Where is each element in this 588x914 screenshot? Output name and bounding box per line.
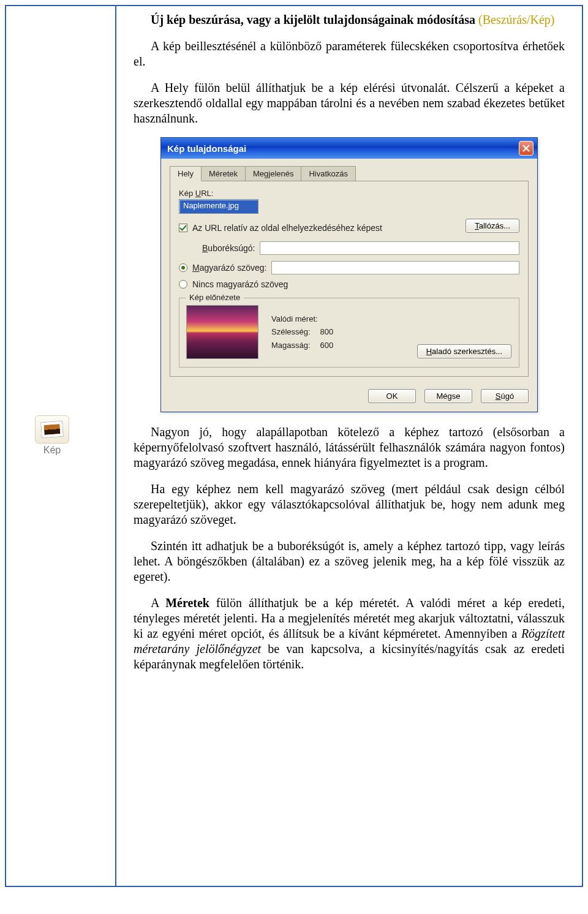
tab-strip: Hely Méretek Megjelenés Hivatkozás: [170, 166, 529, 181]
browse-button[interactable]: Tallózás...: [466, 219, 519, 233]
photo-icon: [41, 421, 63, 437]
dialog-footer: OK Mégse Súgó: [161, 383, 537, 412]
heading-subtitle: (Beszúrás/Kép): [478, 13, 554, 26]
tab-link[interactable]: Hivatkozás: [301, 166, 356, 181]
dimensions-table: Valódi méret: Szélesség: 800 Magasság: 6…: [270, 312, 334, 353]
ok-button[interactable]: OK: [368, 389, 416, 403]
close-icon: [522, 144, 530, 153]
tab-location[interactable]: Hely: [170, 166, 202, 181]
close-button[interactable]: [519, 141, 533, 156]
image-properties-dialog: Kép tulajdonságai Hely Méretek Megjelené…: [160, 137, 538, 412]
image-tool-button[interactable]: [35, 415, 69, 444]
width-label: Szélesség:: [271, 326, 319, 338]
url-input[interactable]: Naplemente.jpg: [179, 199, 258, 214]
paragraph-4: Ha egy képhez nem kell magyarázó szöveg …: [134, 482, 565, 527]
relative-checkbox[interactable]: [179, 224, 187, 232]
image-tool-label: Kép: [28, 445, 76, 456]
check-icon: [179, 224, 187, 232]
help-button[interactable]: Súgó: [481, 389, 529, 403]
preview-thumbnail: [187, 306, 258, 358]
height-label: Magasság:: [271, 339, 319, 352]
paragraph-1: A kép beillesztésénél a különböző paramé…: [134, 39, 565, 69]
dialog-titlebar: Kép tulajdonságai: [161, 138, 537, 159]
paragraph-2: A Hely fülön belül állíthatjuk be a kép …: [134, 80, 565, 126]
realsize-label: Valódi méret:: [271, 313, 333, 325]
relative-label: Az URL relatív az oldal elhelyezkedéséhe…: [192, 223, 382, 233]
tab-appearance[interactable]: Megjelenés: [246, 166, 302, 181]
tooltip-input[interactable]: [260, 241, 519, 255]
preview-legend: Kép előnézete: [186, 293, 244, 302]
dialog-title: Kép tulajdonságai: [167, 143, 246, 154]
heading-bold: Új kép beszúrása, vagy a kijelölt tulajd…: [151, 13, 475, 26]
paragraph-5: Szintén itt adhatjuk be a buboréksúgót i…: [134, 538, 565, 584]
image-tool-widget: Kép: [28, 415, 76, 456]
alt-text-input[interactable]: [271, 261, 519, 274]
alt-text-radio[interactable]: [179, 263, 187, 272]
no-alt-label: Nincs magyarázó szöveg: [192, 279, 288, 289]
tab-dimensions[interactable]: Méretek: [202, 166, 246, 181]
tooltip-label: Buboréksúgó:: [202, 243, 255, 253]
paragraph-3: Nagyon jó, hogy alapállapotban kötelező …: [134, 425, 565, 470]
paragraph-6: A Méretek fülön állíthatjuk be a kép mér…: [134, 595, 565, 672]
tab-panel-location: Kép URL: Naplemente.jpg Az URL relatív a…: [170, 181, 529, 377]
url-label: Kép URL:: [179, 189, 519, 198]
heading-block: Új kép beszúrása, vagy a kijelölt tulajd…: [134, 12, 565, 28]
alt-text-label: Magyarázó szöveg:: [192, 263, 266, 273]
height-value: 600: [320, 339, 334, 352]
width-value: 800: [320, 326, 334, 338]
cancel-button[interactable]: Mégse: [424, 389, 472, 403]
page-number: 12: [6, 888, 582, 892]
preview-group: Kép előnézete Valódi méret: Szélesség: 8…: [179, 298, 519, 368]
no-alt-radio[interactable]: [179, 280, 187, 289]
advanced-edit-button[interactable]: Haladó szerkesztés...: [417, 344, 511, 358]
